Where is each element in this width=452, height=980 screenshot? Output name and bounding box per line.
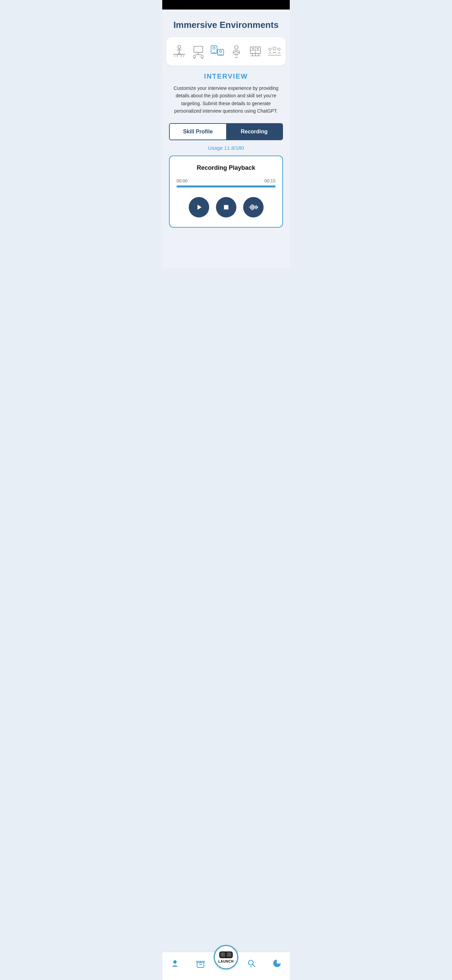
tab-container: Skill Profile Recording [169, 123, 283, 140]
svg-point-18 [213, 47, 215, 49]
svg-point-35 [273, 47, 276, 50]
progress-bar-fill [176, 185, 276, 188]
usage-indicator: Usage 11.8/180 [162, 145, 290, 151]
env-icon-speaker[interactable] [227, 43, 246, 60]
section-description: Customize your interview experience by p… [170, 84, 282, 115]
svg-point-14 [201, 55, 203, 57]
recording-card: Recording Playback 00:00 00:15 [169, 156, 283, 228]
svg-point-21 [235, 46, 238, 49]
svg-point-36 [278, 48, 280, 50]
svg-point-13 [193, 55, 195, 57]
waveform-button[interactable] [243, 197, 263, 218]
tab-recording[interactable]: Recording [226, 124, 282, 140]
status-bar [162, 0, 290, 10]
svg-point-29 [257, 48, 259, 49]
time-row: 00:00 00:15 [176, 178, 276, 183]
stop-button[interactable] [216, 197, 236, 218]
svg-point-20 [220, 50, 222, 52]
env-icon-team-presentation[interactable] [189, 43, 208, 60]
tab-skill-profile[interactable]: Skill Profile [170, 124, 226, 140]
svg-point-34 [269, 48, 271, 50]
main-content: Immersive Environments [162, 10, 290, 269]
environment-selector [166, 37, 286, 66]
env-icon-presenter[interactable] [170, 43, 189, 60]
recording-card-title: Recording Playback [176, 164, 276, 172]
env-icon-panel[interactable] [246, 43, 265, 60]
env-icon-group[interactable] [265, 43, 284, 60]
time-end: 00:15 [264, 178, 276, 183]
svg-point-0 [178, 45, 181, 48]
time-start: 00:00 [176, 178, 188, 183]
progress-bar-track[interactable] [176, 185, 276, 188]
env-icon-interview[interactable] [208, 43, 227, 60]
page-title: Immersive Environments [162, 10, 290, 37]
svg-rect-5 [173, 54, 185, 55]
svg-rect-38 [224, 205, 228, 209]
svg-point-28 [252, 48, 254, 49]
play-button[interactable] [189, 197, 209, 218]
playback-controls [176, 197, 276, 218]
svg-rect-10 [194, 46, 203, 52]
section-title: INTERVIEW [162, 73, 290, 80]
